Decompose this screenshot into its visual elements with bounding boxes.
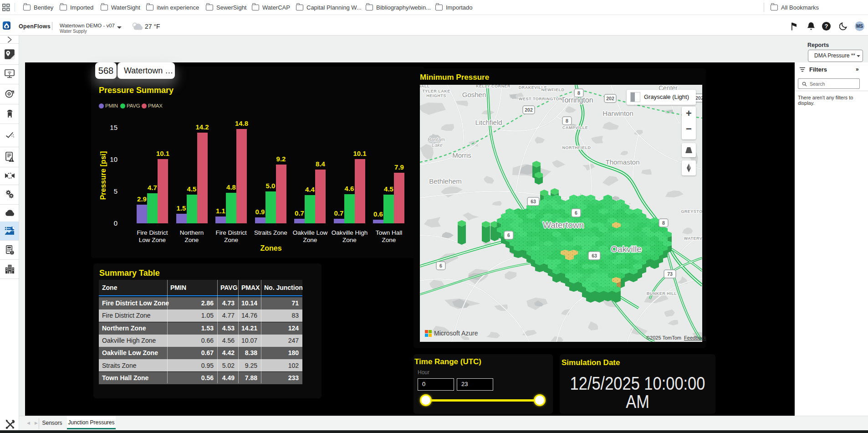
svg-text:CAMPVILLE: CAMPVILLE — [562, 125, 588, 130]
svg-text:Bantam: Bantam — [428, 137, 445, 142]
svg-text:6: 6 — [439, 263, 442, 268]
svg-text:GREYSTO: GREYSTO — [681, 209, 702, 214]
svg-text:Oakville: Oakville — [611, 244, 642, 254]
svg-text:WALL: WALL — [420, 85, 430, 88]
svg-text:8: 8 — [566, 118, 568, 124]
svg-text:202: 202 — [695, 95, 702, 101]
svg-text:8: 8 — [662, 220, 665, 226]
svg-text:8: 8 — [577, 90, 580, 96]
svg-text:WATERV: WATERV — [684, 236, 702, 241]
svg-text:Bethlehem: Bethlehem — [429, 177, 462, 185]
svg-text:WEST TORRINGTON: WEST TORRINGTON — [519, 97, 562, 101]
svg-text:TYLER LAKE: TYLER LAKE — [422, 89, 450, 93]
svg-text:KELLY CORNER: KELLY CORNER — [476, 85, 511, 88]
svg-text:Lake: Lake — [432, 142, 443, 148]
svg-text:63: 63 — [592, 253, 597, 258]
svg-text:6: 6 — [507, 232, 510, 238]
svg-text:73: 73 — [667, 271, 673, 277]
svg-text:Watertown: Watertown — [543, 220, 584, 230]
svg-text:202: 202 — [606, 96, 614, 101]
svg-text:NORTHFIELD: NORTHFIELD — [562, 145, 591, 150]
svg-text:Harwinton: Harwinton — [602, 109, 633, 117]
svg-text:Thomaston: Thomaston — [605, 158, 639, 166]
svg-text:6: 6 — [575, 210, 577, 216]
svg-text:63: 63 — [531, 199, 536, 204]
svg-text:NEWFIELD: NEWFIELD — [541, 88, 565, 92]
svg-text:Litchfield: Litchfield — [475, 119, 502, 126]
svg-text:202: 202 — [525, 107, 533, 113]
svg-text:Morris: Morris — [452, 151, 471, 159]
svg-text:HEIGHTS: HEIGHTS — [426, 93, 446, 98]
svg-text:BUNKER HILL: BUNKER HILL — [647, 291, 677, 296]
svg-text:Goshen: Goshen — [462, 91, 486, 98]
